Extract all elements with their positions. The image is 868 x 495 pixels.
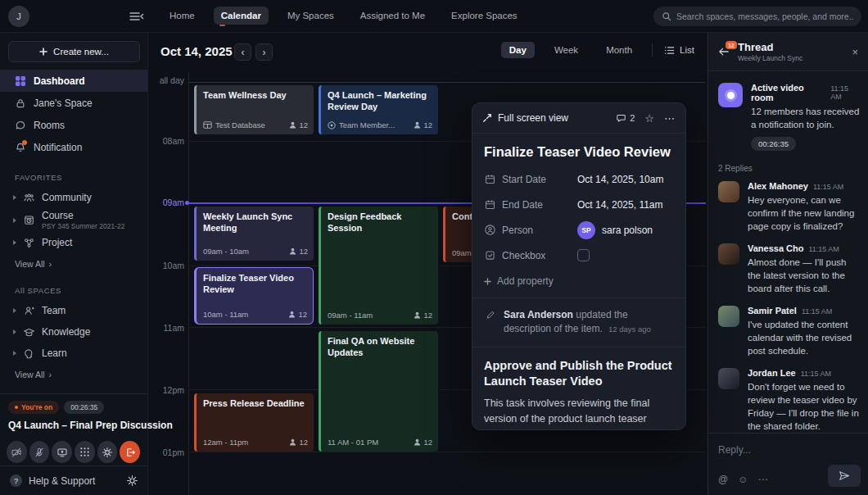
sidebar-item-community[interactable]: Community [0, 187, 147, 208]
expand-caret-icon[interactable] [13, 218, 16, 223]
search-input[interactable] [676, 11, 853, 21]
expand-caret-icon[interactable] [13, 351, 16, 356]
add-property-button[interactable]: Add property [484, 275, 554, 287]
camera-off-button[interactable] [7, 441, 27, 463]
event-title: Press Release Deadline [203, 398, 307, 410]
expand-caret-icon[interactable] [13, 329, 16, 334]
nav-assigned-to-me[interactable]: Assigned to Me [353, 7, 432, 25]
nav-my-spaces[interactable]: My Spaces [280, 7, 341, 25]
view-tab-month[interactable]: Month [598, 42, 640, 58]
screen-share-icon [57, 447, 68, 458]
sidebar-item-notification[interactable]: Notification [0, 136, 147, 158]
avatar [718, 368, 739, 389]
system-message: Active video room 11:15 AM 12 members ha… [718, 83, 860, 151]
event-press-release-deadline[interactable]: Press Release Deadline 12am - 11pm 12 [194, 393, 314, 452]
property-start-date[interactable]: Start Date Oct 14, 2025, 10am [472, 166, 685, 192]
time-label: 10am [148, 261, 184, 270]
help-support-row[interactable]: ? Help & Support [0, 465, 148, 495]
mic-off-button[interactable] [29, 441, 50, 463]
favorites-view-all[interactable]: View All › [15, 257, 147, 271]
checkbox-input[interactable] [577, 249, 590, 261]
sidebar-item-course[interactable]: Course PSY 345 Summer 2021-22 [0, 208, 147, 232]
list-icon [664, 45, 675, 56]
spaces-view-all[interactable]: View All › [15, 367, 147, 382]
call-settings-button[interactable] [97, 441, 118, 463]
event-source: Test Database [203, 120, 265, 129]
search-bar[interactable] [653, 7, 861, 26]
screen-share-button[interactable] [52, 441, 72, 463]
apps-grid-button[interactable] [75, 441, 95, 463]
settings-gear-icon[interactable] [126, 475, 138, 487]
grid-line [188, 82, 706, 83]
event-detail-modal: Full screen view 2 ☆ ⋯ Finalize Teaser V… [472, 102, 686, 430]
property-person[interactable]: Person SP sara polson [472, 217, 685, 243]
sidebar-item-learn[interactable]: Learn [0, 343, 147, 364]
view-tab-day[interactable]: Day [501, 42, 535, 58]
event-time: 09am - 10am [203, 247, 249, 256]
view-tab-week[interactable]: Week [546, 42, 586, 58]
sidebar-item-knowledge[interactable]: Knowledge [0, 321, 147, 343]
sidebar-item-dashboard[interactable]: Dashboard [0, 70, 147, 92]
expand-caret-icon[interactable] [13, 195, 16, 200]
person-icon [288, 311, 296, 318]
create-new-button[interactable]: Create new... [8, 41, 140, 62]
sidebar-item-label: Rooms [34, 120, 65, 131]
property-end-date[interactable]: End Date Oct 14, 2025, 11am [472, 192, 685, 217]
send-icon [839, 470, 850, 481]
sidebar-item-project[interactable]: Project [0, 232, 147, 253]
sidebar-item-team[interactable]: Team [0, 300, 147, 321]
prev-day-button[interactable]: ‹ [234, 43, 251, 61]
reply-input[interactable] [718, 444, 859, 456]
composer-actions: @ ☺ ⋯ [718, 474, 767, 485]
sidebar-item-label: Jane's Space [34, 98, 93, 109]
person-icon [289, 121, 296, 129]
call-status-row: You're on 00:26:35 [8, 401, 140, 414]
mention-icon[interactable]: @ [718, 474, 728, 485]
expand-caret-icon[interactable] [13, 308, 16, 313]
next-day-button[interactable]: › [255, 43, 273, 61]
comment-icon [616, 113, 626, 124]
full-screen-button[interactable]: Full screen view [482, 112, 568, 124]
time-gutter-divider [188, 72, 189, 495]
more-icon[interactable]: ⋯ [757, 474, 767, 485]
time-label: 01pm [148, 447, 184, 457]
expand-caret-icon[interactable] [13, 240, 16, 245]
nav-home[interactable]: Home [162, 7, 202, 25]
nav-calendar[interactable]: Calendar [214, 7, 269, 25]
sidebar-collapse-icon[interactable] [128, 8, 146, 25]
property-checkbox[interactable]: Checkbox [472, 243, 685, 268]
dashboard-grid-icon [15, 75, 26, 87]
leave-call-button[interactable] [120, 441, 140, 463]
description-heading: Approve and Publish the Product Launch T… [472, 347, 685, 393]
course-icon [23, 214, 35, 226]
sidebar-item-janes-space[interactable]: Jane's Space [0, 92, 147, 114]
event-design-feedback-session[interactable]: Design Feedback Session 09am - 11am 12 [319, 207, 438, 325]
thread-body: Active video room 11:15 AM 12 members ha… [708, 71, 868, 433]
person-icon [289, 438, 296, 446]
list-view-button[interactable]: List [664, 45, 694, 56]
event-team-wellness-day[interactable]: Team Wellness Day Test Database 12 [194, 85, 314, 134]
star-icon[interactable]: ☆ [644, 112, 654, 125]
user-initial: J [16, 11, 21, 21]
user-avatar[interactable]: J [8, 6, 29, 27]
live-dot-icon [15, 406, 18, 409]
event-weekly-launch-sync[interactable]: Weekly Launch Sync Meeting 09am - 10am 1… [194, 207, 314, 261]
reply-author: Alex Mahoney [748, 181, 808, 191]
event-q4-launch-marketing-review[interactable]: Q4 Launch – Marketing Review Day Team Me… [319, 85, 438, 134]
reply-author: Vanessa Cho [748, 243, 803, 253]
more-options-icon[interactable]: ⋯ [664, 112, 676, 125]
event-finalize-teaser-video-review[interactable]: Finalize Teaser Video Review 10am - 11am… [194, 267, 314, 325]
send-button[interactable] [828, 465, 861, 487]
sidebar-item-rooms[interactable]: Rooms [0, 114, 147, 136]
emoji-icon[interactable]: ☺ [738, 474, 748, 485]
community-icon [23, 192, 35, 204]
nav-explore-spaces[interactable]: Explore Spaces [444, 7, 525, 25]
tree-item-sublabel: PSY 345 Summer 2021-22 [42, 222, 124, 230]
head-icon [23, 347, 35, 360]
sidebar-item-label: Notification [34, 142, 82, 153]
event-final-qa-website[interactable]: Final QA on Website Updates 11 AM - 01 P… [319, 331, 438, 452]
checkbox-icon [484, 249, 496, 261]
close-icon[interactable]: × [852, 46, 858, 58]
comments-button[interactable]: 2 [616, 113, 635, 124]
back-button[interactable]: 12 [718, 47, 730, 57]
